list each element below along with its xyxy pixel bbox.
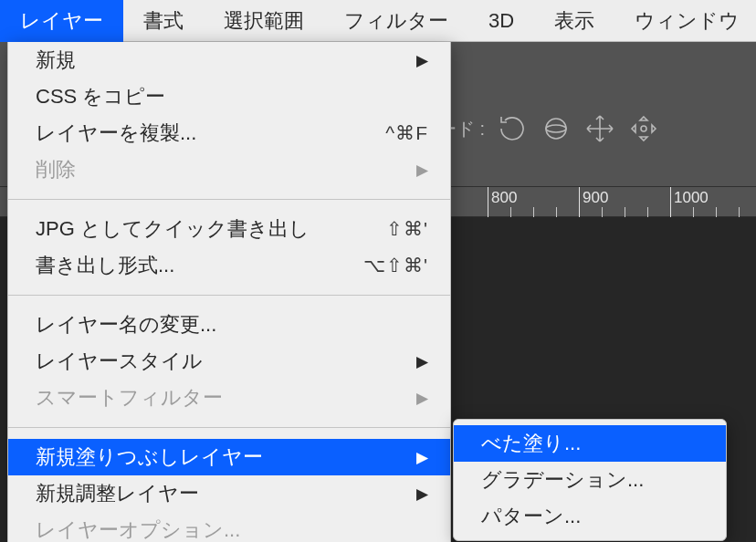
menu-item-new-fill-layer[interactable]: 新規塗りつぶしレイヤー ▶ [8, 439, 450, 475]
menu-item-label: パターン... [481, 503, 698, 530]
menu-item-shortcut: ⌥⇧⌘' [363, 255, 428, 276]
new-fill-layer-submenu: べた塗り... グラデーション... パターン... [453, 419, 727, 541]
mode-icon-move[interactable] [583, 112, 616, 145]
menu-item-new-adjustment-layer[interactable]: 新規調整レイヤー ▶ [8, 475, 450, 512]
menu-separator [8, 295, 450, 296]
menu-item-label: レイヤーを複製... [36, 120, 385, 147]
menu-item-rename-layer[interactable]: レイヤー名の変更... [8, 307, 450, 343]
menubar-item-type[interactable]: 書式 [123, 0, 204, 42]
submenu-arrow-icon: ▶ [416, 162, 428, 178]
menu-separator [8, 199, 450, 200]
menu-item-duplicate-layer[interactable]: レイヤーを複製... ^⌘F [8, 115, 450, 151]
submenu-arrow-icon: ▶ [416, 53, 428, 68]
mode-icon-orbit[interactable] [540, 112, 572, 145]
menu-item-delete: 削除 ▶ [8, 151, 450, 188]
submenu-arrow-icon: ▶ [416, 354, 428, 370]
menu-item-label: 新規塗りつぶしレイヤー [36, 443, 404, 471]
menubar-item-3d[interactable]: 3D [468, 0, 534, 42]
menubar-item-select[interactable]: 選択範囲 [204, 0, 324, 42]
submenu-arrow-icon: ▶ [416, 391, 428, 406]
menu-item-label: レイヤー名の変更... [36, 311, 428, 339]
menu-item-label: べた塗り... [481, 430, 698, 457]
submenu-item-solid-color[interactable]: べた塗り... [454, 425, 726, 462]
menu-item-shortcut: ^⌘F [385, 122, 428, 144]
menu-item-copy-css[interactable]: CSS をコピー [8, 78, 450, 115]
menu-item-label: JPG としてクイック書き出し [36, 215, 386, 243]
menu-item-label: CSS をコピー [36, 83, 428, 110]
option-row: モード : [420, 112, 756, 145]
menubar: レイヤー 書式 選択範囲 フィルター 3D 表示 ウィンドウ [0, 0, 756, 42]
menu-item-label: 書き出し形式... [36, 252, 363, 279]
mode-icon-scale[interactable] [627, 112, 660, 145]
menu-item-layer-style[interactable]: レイヤースタイル ▶ [8, 343, 450, 380]
menubar-item-view[interactable]: 表示 [534, 0, 614, 42]
submenu-item-pattern[interactable]: パターン... [454, 498, 726, 535]
menu-item-label: スマートフィルター [36, 384, 404, 412]
menu-item-layer-content-options: レイヤーオプション... [8, 512, 450, 542]
submenu-arrow-icon: ▶ [416, 450, 428, 465]
menu-item-label: レイヤースタイル [36, 348, 404, 375]
menu-item-export-as[interactable]: 書き出し形式... ⌥⇧⌘' [8, 247, 450, 284]
layer-menu: 新規 ▶ CSS をコピー レイヤーを複製... ^⌘F 削除 ▶ JPG とし… [7, 42, 451, 542]
menu-item-label: 新規 [36, 47, 404, 74]
menu-item-label: レイヤーオプション... [36, 516, 428, 542]
svg-point-2 [641, 126, 646, 131]
submenu-arrow-icon: ▶ [416, 486, 428, 502]
menu-item-shortcut: ⇧⌘' [386, 218, 428, 240]
submenu-item-gradient[interactable]: グラデーション... [454, 462, 726, 498]
menubar-item-layer[interactable]: レイヤー [0, 0, 123, 42]
menu-item-label: 新規調整レイヤー [36, 480, 404, 507]
menu-item-new[interactable]: 新規 ▶ [8, 42, 450, 78]
menubar-item-filter[interactable]: フィルター [324, 0, 468, 42]
svg-point-1 [546, 125, 566, 132]
menu-item-label: グラデーション... [481, 466, 698, 494]
menu-separator [8, 427, 450, 428]
menu-item-quick-export-jpg[interactable]: JPG としてクイック書き出し ⇧⌘' [8, 211, 450, 247]
menu-item-label: 削除 [36, 156, 404, 183]
mode-icon-rotate[interactable] [496, 112, 529, 145]
svg-point-0 [546, 119, 566, 139]
menu-item-smart-filter: スマートフィルター ▶ [8, 380, 450, 416]
menubar-item-window[interactable]: ウィンドウ [614, 0, 756, 42]
